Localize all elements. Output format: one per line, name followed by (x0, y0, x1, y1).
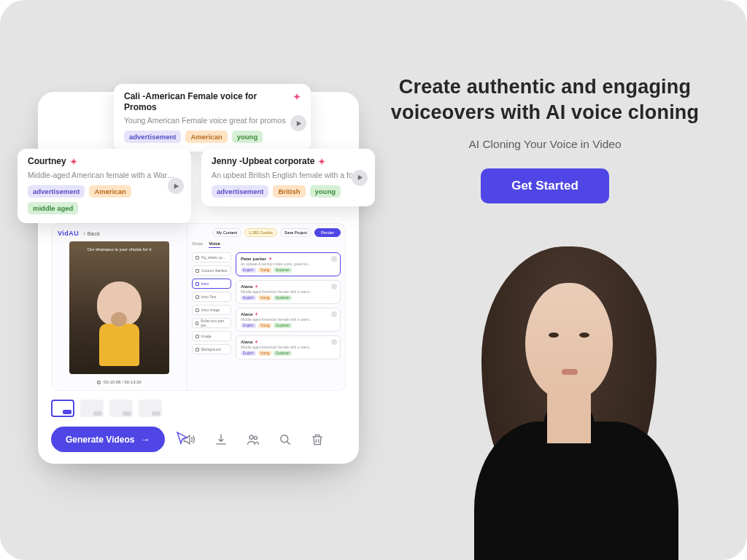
voice-list-item[interactable]: Alana✦ Middle-aged American female with … (236, 280, 341, 304)
download-icon[interactable] (213, 432, 229, 448)
voice-tags: advertisement American middle aged (28, 185, 181, 214)
voice-list: Peter parker✦ An upbeat American male vo… (236, 252, 341, 384)
get-started-button[interactable]: Get Started (481, 168, 609, 203)
svg-point-0 (249, 435, 253, 439)
tool-item[interactable]: Intro Image (192, 305, 231, 315)
editor-tool-column: Pg_whats up… Custom title/text Intro Int… (192, 252, 231, 384)
tab-voice[interactable]: Voice (209, 241, 220, 248)
thumbnail[interactable] (109, 400, 133, 417)
voice-desc: An upbeat British English female with a … (212, 171, 365, 179)
save-project-button[interactable]: Save Project (280, 228, 311, 237)
mic-icon: ✦ (293, 92, 301, 103)
mic-icon: ✦ (255, 311, 258, 316)
editor-topbar: My Content 1,082 Credits Save Project Re… (192, 228, 341, 237)
voice-card-jenny[interactable]: Jenny -Upbeat corporate✦ An upbeat Briti… (201, 149, 375, 206)
play-button[interactable] (168, 178, 184, 194)
play-icon[interactable] (331, 256, 337, 262)
brand-logo: VidAU ‹ Back (58, 230, 181, 237)
my-content-pill[interactable]: My Content (212, 228, 241, 237)
thumbnail[interactable] (80, 400, 104, 417)
voice-tags: advertisement British young (212, 185, 365, 198)
hero-stage: Create authentic and engaging voiceovers… (0, 0, 747, 560)
voice-list-item[interactable]: Peter parker✦ An upbeat American male vo… (236, 252, 341, 276)
play-button[interactable] (290, 115, 306, 131)
mic-icon: ✦ (255, 339, 258, 344)
generate-videos-button[interactable]: Generate Videos→ (51, 427, 165, 452)
editor-tabs: Script Voice (192, 241, 341, 248)
voice-tags: advertisement American young (124, 131, 301, 143)
bottom-toolbar: Generate Videos→ (51, 427, 346, 452)
hero-title-line1: Create authentic and engaging (399, 76, 691, 98)
play-icon[interactable] (331, 311, 337, 317)
preview-timecode: 00:10:08 / 00:13:20 (58, 380, 181, 384)
search-icon[interactable] (277, 432, 293, 448)
thumbnail[interactable] (139, 400, 162, 417)
play-icon[interactable] (331, 339, 337, 345)
voice-card-cali[interactable]: Cali -American Female voice for Promos✦ … (114, 84, 311, 152)
tool-item-selected[interactable]: Intro (192, 279, 231, 289)
hero-subtitle: AI Cloning Your Voice in Video (372, 138, 718, 151)
preview-caption: Our shampoo is your choice for it (69, 247, 169, 252)
tool-item[interactable]: Bullet text part per… (192, 318, 231, 328)
mic-icon: ✦ (70, 157, 77, 168)
tool-item[interactable]: Image (192, 331, 231, 341)
render-button[interactable]: Render (314, 228, 341, 237)
svg-point-2 (280, 435, 287, 442)
editor-mock: VidAU ‹ Back Our shampoo is your choice … (51, 223, 346, 391)
back-link[interactable]: ‹ Back (83, 231, 100, 236)
voice-name: Jenny -Upbeat corporate (212, 156, 314, 167)
play-button[interactable] (352, 170, 368, 186)
hero-title: Create authentic and engaging voiceovers… (372, 74, 718, 125)
voice-desc: Young American Female voice great for pr… (124, 116, 301, 125)
mic-icon: ✦ (268, 256, 272, 261)
tool-item[interactable]: Intro Text (192, 292, 231, 302)
tab-script[interactable]: Script (192, 241, 203, 248)
voice-list-item[interactable]: Alana✦ Middle-aged American female with … (236, 308, 341, 332)
credits-pill[interactable]: 1,082 Credits (244, 228, 277, 237)
hero-model-image (438, 232, 700, 560)
play-icon[interactable] (331, 284, 337, 289)
people-icon[interactable] (245, 432, 261, 448)
voice-list-item[interactable]: Alana✦ Middle-aged American female with … (236, 335, 341, 359)
mic-icon: ✦ (255, 284, 258, 289)
tool-item[interactable]: Custom title/text (192, 265, 231, 276)
voice-name: Cali -American Female voice for Promos (124, 91, 290, 113)
voice-card-courtney[interactable]: Courtney✦ Middle-aged American female wi… (18, 149, 191, 223)
thumbnail-selected[interactable] (51, 400, 74, 417)
hero-title-line2: voiceovers with AI voice cloning (391, 101, 700, 123)
arrow-right-icon: → (141, 434, 150, 445)
trash-icon[interactable] (309, 432, 325, 448)
tool-item[interactable]: Pg_whats up… (192, 252, 231, 262)
mic-icon: ✦ (318, 157, 325, 168)
tool-item[interactable]: Background (192, 344, 231, 354)
voice-name: Courtney (28, 156, 66, 167)
svg-point-1 (254, 436, 257, 439)
cursor-icon (177, 432, 188, 445)
video-preview[interactable]: Our shampoo is your choice for it (69, 241, 169, 374)
voice-desc: Middle-aged American female with a Warm … (28, 171, 181, 179)
timeline-thumbnails (51, 400, 162, 417)
hero-copy: Create authentic and engaging voiceovers… (372, 74, 718, 203)
